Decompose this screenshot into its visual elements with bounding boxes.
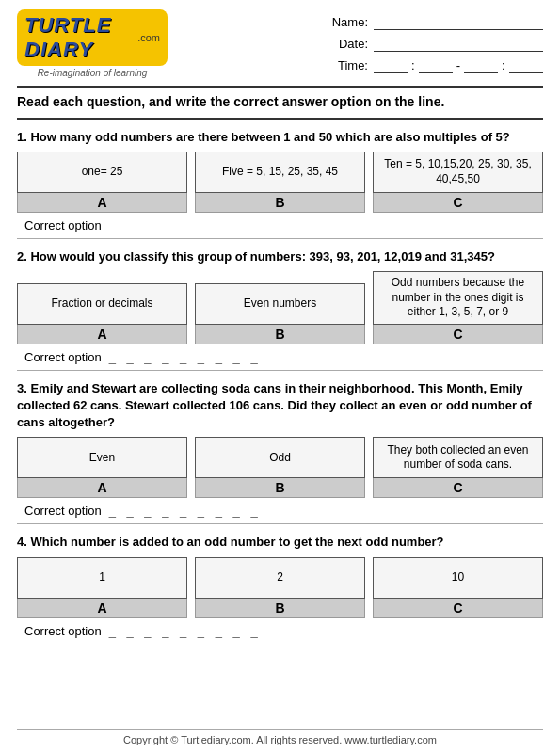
option-1-B[interactable]: Five = 5, 15, 25, 35, 45B (195, 152, 365, 213)
option-label-3-B: B (195, 478, 365, 498)
footer-text: Copyright © Turtlediary.com. All rights … (123, 734, 437, 745)
correct-row-4: Correct option_ _ _ _ _ _ _ _ _ (24, 624, 543, 638)
option-box-3-B: Odd (195, 437, 365, 478)
option-label-1-C: C (373, 193, 543, 213)
question-2-text: 2. How would you classify this group of … (17, 248, 543, 265)
option-box-1-B: Five = 5, 15, 25, 35, 45 (195, 152, 365, 193)
option-label-3-C: C (373, 478, 543, 498)
logo-com: .com (137, 32, 160, 43)
question-3: 3. Emily and Stewart are collecting soda… (17, 380, 543, 525)
question-2-options: Fraction or decimalsAEven numbersBOdd nu… (17, 271, 543, 344)
time-input-4[interactable] (509, 56, 543, 73)
name-input[interactable] (374, 13, 543, 30)
dashes-2: _ _ _ _ _ _ _ _ _ (109, 350, 262, 364)
dashes-4: _ _ _ _ _ _ _ _ _ (109, 624, 262, 638)
option-box-4-A: 1 (17, 557, 187, 599)
option-box-1-C: Ten = 5, 10,15,20, 25, 30, 35, 40,45,50 (373, 152, 543, 193)
time-input-3[interactable] (464, 56, 498, 73)
correct-label-1: Correct option (24, 218, 102, 232)
question-3-options: EvenAOddBThey both collected an even num… (17, 437, 543, 498)
correct-label-3: Correct option (24, 504, 102, 518)
option-box-4-B: 2 (195, 557, 365, 599)
correct-row-2: Correct option_ _ _ _ _ _ _ _ _ (24, 350, 543, 364)
question-1-text: 1. How many odd numbers are there betwee… (17, 129, 543, 146)
option-4-B[interactable]: 2B (195, 557, 365, 618)
time-label: Time: (328, 58, 368, 72)
time-row: Time: : - : (328, 56, 543, 73)
option-label-2-C: C (373, 325, 543, 344)
correct-row-3: Correct option_ _ _ _ _ _ _ _ _ (24, 504, 543, 518)
logo-box: TURTLE DIARY .com (17, 9, 168, 66)
logo-tagline: Re-imagination of learning (38, 68, 148, 78)
question-3-text: 3. Emily and Stewart are collecting soda… (17, 380, 543, 432)
option-label-1-A: A (17, 193, 187, 213)
question-1: 1. How many odd numbers are there betwee… (17, 129, 543, 239)
time-input-1[interactable] (374, 56, 408, 73)
divider-3 (17, 523, 543, 524)
option-box-2-B: Even numbers (195, 283, 365, 325)
time-sep-2: - (456, 58, 460, 72)
question-4-text: 4. Which number is added to an odd numbe… (17, 534, 543, 551)
date-input[interactable] (374, 35, 543, 52)
option-label-3-A: A (17, 478, 187, 498)
option-1-C[interactable]: Ten = 5, 10,15,20, 25, 30, 35, 40,45,50C (373, 152, 543, 213)
time-sep-3: : (502, 58, 505, 72)
time-sep-1: : (411, 58, 415, 72)
option-label-4-B: B (195, 599, 365, 618)
dashes-3: _ _ _ _ _ _ _ _ _ (109, 504, 262, 518)
question-1-options: one= 25AFive = 5, 15, 25, 35, 45BTen = 5… (17, 152, 543, 213)
option-label-4-A: A (17, 599, 187, 618)
footer: Copyright © Turtlediary.com. All rights … (17, 729, 543, 745)
instruction-text: Read each question, and write the correc… (17, 93, 543, 112)
option-1-A[interactable]: one= 25A (17, 152, 187, 213)
option-4-C[interactable]: 10C (373, 557, 543, 618)
option-label-1-B: B (195, 193, 365, 213)
date-label: Date: (328, 37, 368, 51)
instruction-box: Read each question, and write the correc… (17, 86, 543, 120)
question-4: 4. Which number is added to an odd numbe… (17, 534, 543, 637)
name-label: Name: (328, 15, 368, 29)
header: TURTLE DIARY .com Re-imagination of lear… (17, 9, 543, 78)
option-label-2-A: A (17, 325, 187, 344)
option-label-4-C: C (373, 599, 543, 618)
name-row: Name: (328, 13, 543, 30)
option-box-2-A: Fraction or decimals (17, 283, 187, 325)
option-2-C[interactable]: Odd numbers because the number in the on… (373, 271, 543, 344)
name-fields: Name: Date: Time: : - : (328, 13, 543, 73)
option-box-3-C: They both collected an even number of so… (373, 437, 543, 478)
option-4-A[interactable]: 1A (17, 557, 187, 618)
dashes-1: _ _ _ _ _ _ _ _ _ (109, 218, 262, 232)
option-box-1-A: one= 25 (17, 152, 187, 193)
option-box-3-A: Even (17, 437, 187, 478)
questions-container: 1. How many odd numbers are there betwee… (17, 129, 543, 638)
logo-text: TURTLE DIARY (24, 13, 136, 62)
question-4-options: 1A2B10C (17, 557, 543, 618)
option-3-A[interactable]: EvenA (17, 437, 187, 498)
option-label-2-B: B (195, 325, 365, 344)
time-input-2[interactable] (419, 56, 453, 73)
date-row: Date: (328, 35, 543, 52)
correct-label-4: Correct option (24, 624, 102, 638)
logo-area: TURTLE DIARY .com Re-imagination of lear… (17, 9, 168, 78)
divider-2 (17, 370, 543, 371)
option-2-A[interactable]: Fraction or decimalsA (17, 283, 187, 344)
option-3-B[interactable]: OddB (195, 437, 365, 498)
question-2: 2. How would you classify this group of … (17, 248, 543, 371)
option-box-2-C: Odd numbers because the number in the on… (373, 271, 543, 325)
divider-1 (17, 238, 543, 239)
option-3-C[interactable]: They both collected an even number of so… (373, 437, 543, 498)
option-box-4-C: 10 (373, 557, 543, 599)
correct-label-2: Correct option (24, 350, 102, 364)
option-2-B[interactable]: Even numbersB (195, 283, 365, 344)
page: TURTLE DIARY .com Re-imagination of lear… (0, 0, 560, 753)
correct-row-1: Correct option_ _ _ _ _ _ _ _ _ (24, 218, 543, 232)
